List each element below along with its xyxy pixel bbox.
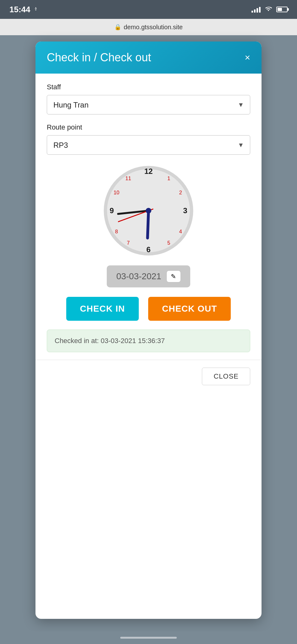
url-text: demo.gtssolution.site bbox=[124, 24, 183, 31]
route-label: Route point bbox=[47, 123, 250, 131]
svg-text:2: 2 bbox=[179, 190, 182, 195]
clock-container: 12 3 6 9 11 1 2 4 5 7 8 10 bbox=[47, 164, 250, 258]
svg-text:1: 1 bbox=[167, 175, 170, 181]
status-time: 15:44 bbox=[9, 5, 39, 14]
date-edit-button[interactable]: ✎ bbox=[166, 270, 181, 282]
svg-text:9: 9 bbox=[110, 206, 114, 215]
url-bar: 🔒 demo.gtssolution.site bbox=[0, 19, 297, 35]
staff-select-wrapper: Hung Tran ▼ bbox=[47, 95, 250, 114]
date-box: 03-03-2021 ✎ bbox=[107, 265, 190, 287]
analog-clock: 12 3 6 9 11 1 2 4 5 7 8 10 bbox=[101, 164, 196, 258]
svg-text:11: 11 bbox=[125, 175, 131, 181]
svg-line-14 bbox=[148, 211, 148, 238]
wifi-icon bbox=[265, 5, 272, 14]
route-select-wrapper: RP3 ▼ bbox=[47, 135, 250, 155]
svg-text:3: 3 bbox=[183, 206, 187, 215]
svg-text:6: 6 bbox=[146, 245, 150, 254]
check-out-button[interactable]: CHECK OUT bbox=[148, 297, 231, 321]
edit-icon: ✎ bbox=[171, 273, 176, 280]
time-display: 15:44 bbox=[9, 5, 30, 14]
location-icon bbox=[33, 7, 39, 12]
close-button[interactable]: CLOSE bbox=[202, 368, 250, 385]
check-in-button[interactable]: CHECK IN bbox=[66, 297, 139, 321]
modal-header: Check in / Check out × bbox=[35, 42, 262, 74]
staff-select[interactable]: Hung Tran bbox=[47, 95, 250, 114]
status-indicators bbox=[251, 5, 288, 14]
svg-text:12: 12 bbox=[144, 167, 153, 175]
modal-footer: CLOSE bbox=[35, 360, 262, 393]
route-select[interactable]: RP3 bbox=[47, 135, 250, 155]
checkin-status-message: Checked in at: 03-03-2021 15:36:37 bbox=[47, 330, 250, 352]
close-x-button[interactable]: × bbox=[245, 53, 250, 62]
svg-point-17 bbox=[146, 208, 151, 214]
staff-label: Staff bbox=[47, 83, 250, 91]
date-display: 03-03-2021 ✎ bbox=[47, 265, 250, 287]
page-background: Check in / Check out × Staff Hung Tran ▼… bbox=[0, 35, 297, 631]
date-text: 03-03-2021 bbox=[116, 271, 161, 281]
modal-body: Staff Hung Tran ▼ Route point RP3 ▼ bbox=[35, 74, 262, 360]
lock-icon: 🔒 bbox=[114, 24, 121, 31]
home-bar bbox=[120, 637, 177, 639]
action-buttons: CHECK IN CHECK OUT bbox=[47, 297, 250, 321]
svg-text:5: 5 bbox=[167, 240, 170, 246]
svg-text:10: 10 bbox=[114, 190, 119, 195]
status-bar: 15:44 bbox=[0, 0, 297, 19]
svg-text:4: 4 bbox=[179, 229, 182, 234]
svg-text:7: 7 bbox=[127, 240, 130, 246]
battery-icon bbox=[276, 7, 288, 12]
modal-title: Check in / Check out bbox=[47, 51, 151, 64]
signal-icon bbox=[251, 6, 261, 13]
svg-text:8: 8 bbox=[115, 229, 118, 234]
checkin-modal: Check in / Check out × Staff Hung Tran ▼… bbox=[35, 42, 262, 619]
home-indicator bbox=[0, 631, 297, 644]
clock-face: 12 3 6 9 11 1 2 4 5 7 8 10 bbox=[101, 164, 196, 258]
